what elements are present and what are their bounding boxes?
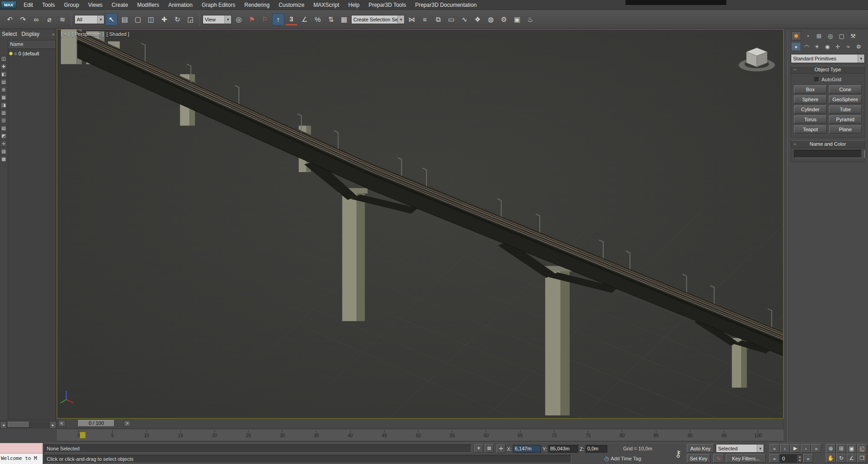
viewport-menu-general[interactable]: [ + ] bbox=[61, 31, 69, 37]
plane-button[interactable]: Plane bbox=[829, 125, 862, 133]
render-setup-icon[interactable]: ⚙ bbox=[498, 13, 510, 25]
key-filters-button[interactable]: Key Filters... bbox=[726, 454, 766, 463]
dock-icon[interactable]: ≣ bbox=[0, 86, 7, 93]
viewport-canvas[interactable] bbox=[57, 30, 783, 418]
keyboard-override-icon[interactable]: ⚐ bbox=[259, 13, 271, 25]
menu-item[interactable]: Help bbox=[344, 0, 364, 10]
panel-overflow[interactable]: » bbox=[50, 29, 56, 39]
primitives-dropdown[interactable]: Standard Primitives ▾ bbox=[791, 54, 865, 63]
cylinder-button[interactable]: Cylinder bbox=[794, 105, 827, 114]
dock-icon[interactable]: ✚ bbox=[0, 63, 7, 69]
select-and-rotate-icon[interactable]: ↻ bbox=[171, 13, 184, 25]
box-button[interactable]: Box bbox=[794, 85, 827, 94]
tube-button[interactable]: Tube bbox=[829, 105, 862, 114]
motion-tab-icon[interactable]: ◎ bbox=[825, 31, 835, 40]
select-by-name-icon[interactable]: ▤ bbox=[119, 13, 131, 25]
menu-item[interactable]: Customize bbox=[274, 0, 309, 10]
time-spinner[interactable]: ▲▼ bbox=[797, 455, 802, 462]
previous-key-icon[interactable]: « bbox=[769, 454, 779, 463]
menu-item[interactable]: Animation bbox=[164, 0, 197, 10]
absolute-mode-icon[interactable]: ✛ bbox=[496, 444, 506, 453]
zoom-all-icon[interactable]: ⊞ bbox=[836, 444, 846, 453]
shapes-category-icon[interactable]: ◠ bbox=[802, 42, 811, 51]
list-item[interactable]: ≡ 0 (default bbox=[8, 49, 55, 58]
maximize-viewport-icon[interactable]: ❒ bbox=[857, 454, 867, 463]
curve-editor-icon[interactable]: ∿ bbox=[458, 13, 471, 25]
object-name-field[interactable] bbox=[794, 150, 862, 158]
time-slider[interactable]: < 0 / 100 > bbox=[57, 419, 784, 429]
menu-item[interactable]: Graph Editors bbox=[197, 0, 240, 10]
display-tab-icon[interactable]: ▢ bbox=[837, 31, 847, 40]
next-key-icon[interactable]: » bbox=[803, 454, 813, 463]
menu-item[interactable]: Rendering bbox=[240, 0, 274, 10]
play-button[interactable]: ▶ bbox=[790, 444, 800, 453]
autogrid-checkbox[interactable] bbox=[814, 77, 819, 82]
use-pivot-center-icon[interactable]: ◎ bbox=[233, 13, 245, 25]
y-coordinate-field[interactable]: 85,043m bbox=[548, 445, 578, 453]
spinner-snap-icon[interactable]: ⇅ bbox=[325, 13, 337, 25]
select-and-manipulate-icon[interactable]: ⚑ bbox=[246, 13, 258, 25]
select-and-move-icon[interactable]: ✚ bbox=[158, 13, 170, 25]
frame-back-button[interactable]: < bbox=[58, 420, 65, 427]
scrollbar-thumb[interactable] bbox=[8, 422, 30, 428]
dock-icon[interactable]: ▦ bbox=[0, 94, 7, 100]
snap-3d-icon[interactable]: 3 bbox=[285, 13, 298, 25]
explorer-horizontal-scrollbar[interactable]: ◂ ▸ bbox=[0, 420, 56, 429]
object-type-rollout-header[interactable]: − Object Type bbox=[791, 66, 865, 74]
spacewarps-category-icon[interactable]: ≈ bbox=[843, 42, 853, 51]
dock-icon[interactable]: ▩ bbox=[0, 156, 7, 162]
systems-category-icon[interactable]: ⚙ bbox=[854, 42, 863, 51]
coordinate-system-dropdown[interactable]: View ▾ bbox=[203, 15, 232, 24]
schematic-view-icon[interactable]: ❖ bbox=[471, 13, 484, 25]
named-selection-set-dropdown[interactable]: Create Selection Se ▾ bbox=[351, 15, 405, 24]
frame-forward-button[interactable]: > bbox=[124, 420, 131, 427]
redo-icon[interactable]: ↷ bbox=[17, 13, 29, 25]
menu-item[interactable]: MAXScript bbox=[309, 0, 344, 10]
select-and-scale-icon[interactable]: ◲ bbox=[184, 13, 197, 25]
object-color-swatch[interactable] bbox=[864, 150, 865, 158]
zoom-region-icon[interactable]: ◱ bbox=[857, 444, 867, 453]
geometry-category-icon[interactable]: ● bbox=[791, 42, 801, 51]
selection-filter-dropdown[interactable]: All ▾ bbox=[74, 15, 104, 24]
select-and-link-icon[interactable]: ∞ bbox=[30, 13, 42, 25]
zoom-icon[interactable]: ⊕ bbox=[826, 444, 836, 453]
rectangular-selection-icon[interactable]: ▢ bbox=[132, 13, 144, 25]
dock-icon[interactable]: ▤ bbox=[0, 79, 7, 85]
dock-icon[interactable]: ▧ bbox=[0, 125, 7, 131]
scroll-left-icon[interactable]: ◂ bbox=[0, 421, 7, 429]
tab-select[interactable]: Select bbox=[2, 31, 17, 37]
track-bar[interactable]: 0510152025303540455055606570758085909510… bbox=[57, 429, 784, 441]
previous-frame-button[interactable]: ‹ bbox=[780, 444, 790, 453]
x-coordinate-field[interactable]: 6,147m bbox=[513, 445, 541, 453]
add-time-tag[interactable]: ◷ Add Time Tag bbox=[604, 455, 641, 462]
menu-item[interactable]: Tools bbox=[38, 0, 60, 10]
dock-icon[interactable]: ☰ bbox=[0, 117, 7, 123]
utilities-tab-icon[interactable]: ⚒ bbox=[848, 31, 858, 40]
angle-snap-icon[interactable]: ∠ bbox=[298, 13, 311, 25]
window-crossing-icon[interactable]: ◫ bbox=[145, 13, 157, 25]
dock-icon[interactable]: ◩ bbox=[0, 133, 7, 139]
dock-icon[interactable]: ◫ bbox=[0, 55, 7, 62]
default-in-out-tangents-icon[interactable]: ∿ bbox=[713, 454, 724, 463]
listener-macro-line[interactable] bbox=[0, 443, 43, 454]
menu-item[interactable]: Views bbox=[84, 0, 107, 10]
hierarchy-tab-icon[interactable]: ⊞ bbox=[814, 31, 824, 40]
percent-snap-icon[interactable]: % bbox=[312, 13, 324, 25]
viewport-menu-shading[interactable]: [ Shaded ] bbox=[106, 31, 129, 37]
menu-item[interactable]: Prepar3D Tools bbox=[364, 0, 411, 10]
menu-item[interactable]: Group bbox=[60, 0, 84, 10]
visibility-bulb-icon[interactable] bbox=[9, 52, 13, 55]
scrollbar-track[interactable] bbox=[7, 421, 50, 429]
auto-key-button[interactable]: Auto Key bbox=[687, 444, 714, 453]
key-mode-dropdown[interactable]: Selected ▾ bbox=[716, 444, 764, 453]
snaps-toggle-icon[interactable]: ↑ bbox=[272, 13, 284, 25]
go-to-end-button[interactable]: » bbox=[811, 444, 821, 453]
teapot-button[interactable]: Teapot bbox=[794, 125, 827, 133]
cameras-category-icon[interactable]: ◉ bbox=[823, 42, 832, 51]
layer-manager-icon[interactable]: ⧉ bbox=[432, 13, 444, 25]
render-production-icon[interactable]: ♨ bbox=[524, 13, 536, 25]
next-frame-button[interactable]: › bbox=[801, 444, 811, 453]
ribbon-toggle-icon[interactable]: ▭ bbox=[445, 13, 457, 25]
viewport-menu-pov[interactable]: [ Perspective ] bbox=[72, 31, 104, 37]
set-keys-icon[interactable]: ⚷ bbox=[671, 445, 685, 462]
